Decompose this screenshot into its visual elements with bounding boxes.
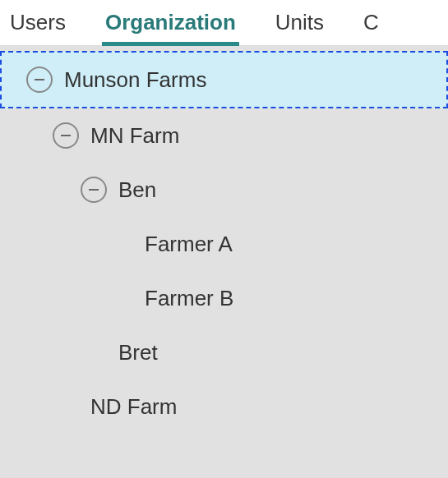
collapse-icon[interactable] (26, 67, 53, 93)
tree-label: MN Farm (90, 123, 179, 149)
collapse-icon[interactable] (53, 122, 79, 149)
tab-users[interactable]: Users (7, 3, 69, 42)
collapse-icon[interactable] (81, 177, 107, 203)
org-tree: Munson Farms MN Farm Ben Farmer A Farmer… (0, 46, 448, 478)
tree-label: Farmer A (145, 232, 233, 257)
tree-label: Bret (118, 340, 158, 365)
tab-partial[interactable]: C (360, 3, 382, 42)
tree-row-nd-farm[interactable]: ND Farm (0, 379, 448, 434)
tree-row-ben[interactable]: Ben (0, 163, 448, 217)
tree-row-bret[interactable]: Bret (0, 325, 448, 379)
tabs-bar: Users Organization Units C (0, 0, 448, 46)
tree-row-mn-farm[interactable]: MN Farm (0, 108, 448, 163)
tab-units[interactable]: Units (272, 3, 327, 42)
tree-row-farmer-b[interactable]: Farmer B (0, 271, 448, 325)
tree-label: Ben (118, 177, 156, 203)
tree-row-farmer-a[interactable]: Farmer A (0, 217, 448, 271)
tab-organization[interactable]: Organization (102, 3, 239, 42)
tree-label: ND Farm (90, 394, 177, 420)
tree-label: Farmer B (145, 286, 233, 311)
tree-row-root[interactable]: Munson Farms (0, 51, 448, 108)
tree-label: Munson Farms (64, 67, 206, 93)
